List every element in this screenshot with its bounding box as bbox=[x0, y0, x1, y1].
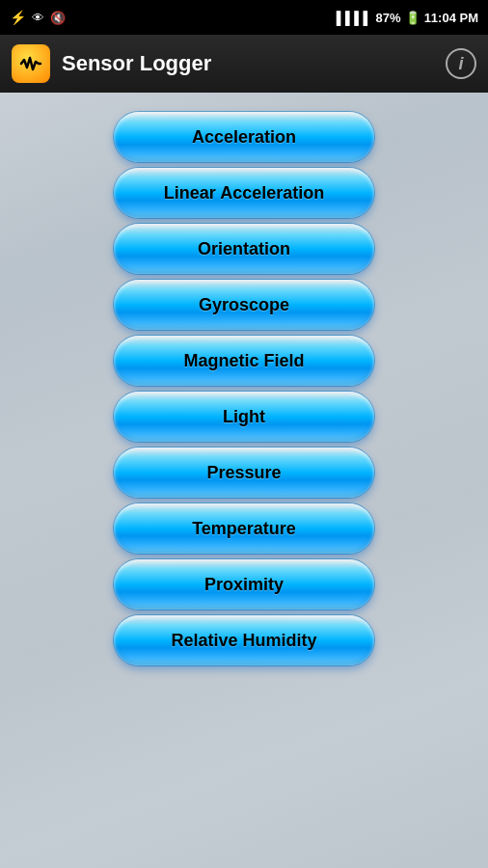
time-display: 11:04 PM bbox=[424, 11, 478, 25]
sensor-button-acceleration[interactable]: Acceleration bbox=[114, 112, 374, 162]
app-title: Sensor Logger bbox=[62, 51, 211, 76]
sensor-button-temperature[interactable]: Temperature bbox=[114, 503, 374, 554]
mute-icon: 🔇 bbox=[50, 11, 66, 25]
eye-icon: 👁 bbox=[32, 11, 44, 25]
battery-percent: 87% bbox=[376, 11, 401, 25]
toolbar-left: Sensor Logger bbox=[12, 44, 211, 83]
sensor-button-gyroscope[interactable]: Gyroscope bbox=[114, 280, 374, 330]
sensor-button-linear-acceleration[interactable]: Linear Acceleration bbox=[114, 168, 374, 218]
battery-icon: 🔋 bbox=[405, 11, 420, 25]
sensor-button-proximity[interactable]: Proximity bbox=[114, 559, 374, 610]
toolbar: Sensor Logger i bbox=[0, 35, 488, 93]
waveform-icon bbox=[19, 52, 42, 75]
info-button[interactable]: i bbox=[446, 48, 476, 79]
sensor-button-light[interactable]: Light bbox=[114, 392, 374, 442]
sensor-button-relative-humidity[interactable]: Relative Humidity bbox=[114, 615, 374, 665]
status-bar: ⚡ 👁 🔇 ▌▌▌▌ 87% 🔋 11:04 PM bbox=[0, 0, 488, 35]
status-left: ⚡ 👁 🔇 bbox=[10, 10, 66, 25]
main-content: AccelerationLinear AccelerationOrientati… bbox=[0, 93, 488, 868]
signal-icon: ▌▌▌▌ bbox=[337, 11, 372, 25]
sensor-button-magnetic-field[interactable]: Magnetic Field bbox=[114, 336, 374, 386]
app-logo bbox=[12, 44, 50, 83]
sensor-button-pressure[interactable]: Pressure bbox=[114, 448, 374, 498]
sensor-button-orientation[interactable]: Orientation bbox=[114, 224, 374, 274]
status-right: ▌▌▌▌ 87% 🔋 11:04 PM bbox=[337, 11, 478, 25]
usb-icon: ⚡ bbox=[10, 10, 26, 25]
